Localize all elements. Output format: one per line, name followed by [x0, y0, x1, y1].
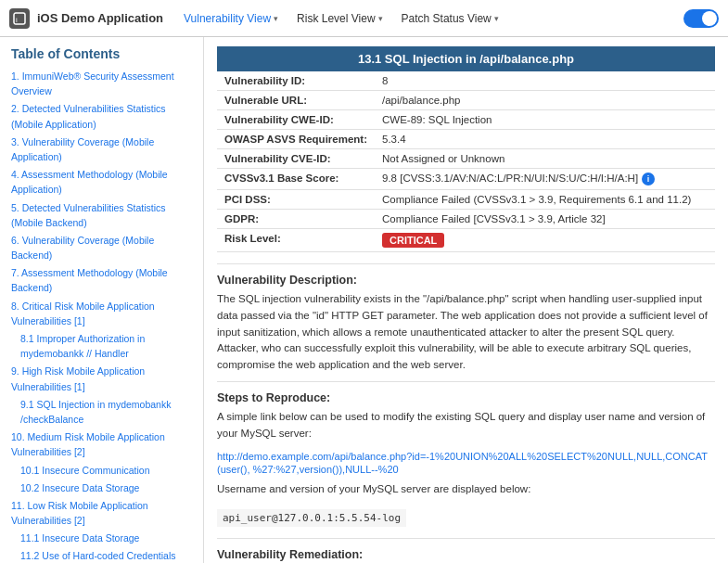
toc-link[interactable]: 10. Medium Risk Mobile Application Vulne…	[11, 431, 165, 457]
toc-link[interactable]: 9. High Risk Mobile Application Vulnerab…	[11, 365, 145, 391]
toc-item: 9.1 SQL Injection in mydemobankk /checkB…	[11, 397, 192, 427]
info-value: Compliance Failed (CVSSv3.1 > 3.9, Requi…	[375, 190, 715, 210]
steps-mono: api_user@127.0.0.1:5.5.54-log	[217, 509, 406, 527]
info-value: 8	[375, 71, 715, 91]
toc-item: 10. Medium Risk Mobile Application Vulne…	[11, 429, 192, 459]
chevron-down-icon: ▾	[274, 14, 278, 23]
divider3	[217, 538, 715, 539]
svg-text:i: i	[16, 16, 18, 24]
info-row: CVSSv3.1 Base Score:9.8 [CVSS:3.1/AV:N/A…	[217, 169, 715, 190]
info-value: 5.3.4	[375, 130, 715, 149]
toc-item: 6. Vulnerability Coverage (Mobile Backen…	[11, 233, 192, 262]
toc-item: 11. Low Risk Mobile Application Vulnerab…	[11, 498, 192, 528]
info-value: Compliance Failed [CVSSv3.1 > 3.9, Artic…	[375, 210, 715, 229]
description-text: The SQL injection vulnerability exists i…	[217, 291, 715, 374]
info-label: Risk Level:	[217, 229, 375, 252]
toc-list: 1. ImmuniWeb® Security Assessment Overvi…	[11, 69, 192, 563]
vuln-header: 13.1 SQL Injection in /api/balance.php	[217, 46, 715, 71]
toc-link[interactable]: 10.2 Insecure Data Storage	[20, 482, 139, 493]
info-row: GDPR:Compliance Failed [CVSSv3.1 > 3.9, …	[217, 210, 715, 229]
toc-link[interactable]: 4. Assessment Methodology (Mobile Applic…	[11, 169, 168, 195]
toc-link[interactable]: 6. Vulnerability Coverage (Mobile Backen…	[11, 235, 154, 261]
steps-intro: A simple link below can be used to modif…	[217, 409, 715, 442]
app-icon: i	[9, 8, 30, 29]
topbar: i iOS Demo Application Vulnerability Vie…	[0, 0, 728, 37]
info-value: Not Assigned or Unknown	[375, 149, 715, 169]
steps-note: Username and version of your MySQL serve…	[217, 481, 715, 498]
toc-item: 3. Vulnerability Coverage (Mobile Applic…	[11, 134, 192, 164]
toc-link[interactable]: 3. Vulnerability Coverage (Mobile Applic…	[11, 136, 154, 162]
toc-item: 7. Assessment Methodology (Mobile Backen…	[11, 265, 192, 295]
info-row: OWASP ASVS Requirement:5.3.4	[217, 130, 715, 149]
info-label: Vulnerability CVE-ID:	[217, 149, 375, 169]
risk-badge: CRITICAL	[382, 233, 444, 248]
toc-item: 4. Assessment Methodology (Mobile Applic…	[11, 167, 192, 197]
toc-link[interactable]: 8. Critical Risk Mobile Application Vuln…	[11, 301, 155, 326]
toc-item: 1. ImmuniWeb® Security Assessment Overvi…	[11, 69, 192, 98]
info-label: Vulnerability ID:	[217, 71, 375, 91]
chevron-down-icon: ▾	[494, 14, 499, 23]
sidebar: Table of Contents 1. ImmuniWeb® Security…	[0, 37, 204, 563]
info-row: Risk Level:CRITICAL	[217, 229, 715, 252]
info-value: 9.8 [CVSS:3.1/AV:N/AC:L/PR:N/UI:N/S:U/C:…	[375, 169, 715, 190]
nav-patch-status-view[interactable]: Patch Status View ▾	[396, 9, 504, 28]
info-row: Vulnerability CWE-ID:CWE-89: SQL Injecti…	[217, 110, 715, 130]
toc-link[interactable]: 2. Detected Vulnerabilities Statistics (…	[11, 103, 166, 129]
steps-title: Steps to Reproduce:	[217, 391, 715, 404]
toc-item: 8.1 Improper Authorization in mydemobank…	[11, 331, 192, 361]
info-value: CWE-89: SQL Injection	[375, 110, 715, 130]
app-name: iOS Demo Application	[37, 11, 163, 25]
content-area: 13.1 SQL Injection in /api/balance.php V…	[204, 37, 728, 563]
toc-link[interactable]: 11.1 Insecure Data Storage	[20, 532, 139, 544]
info-label: CVSSv3.1 Base Score:	[217, 169, 375, 190]
toc-item: 8. Critical Risk Mobile Application Vuln…	[11, 299, 192, 328]
info-value: CRITICAL	[375, 229, 715, 252]
toc-link[interactable]: 11. Low Risk Mobile Application Vulnerab…	[11, 500, 148, 526]
info-tooltip-icon[interactable]: i	[642, 173, 655, 186]
chevron-down-icon: ▾	[378, 14, 383, 23]
info-row: Vulnerability CVE-ID:Not Assigned or Unk…	[217, 149, 715, 169]
info-value: /api/balance.php	[375, 91, 715, 110]
info-row: Vulnerability ID:8	[217, 71, 715, 91]
toc-title: Table of Contents	[11, 46, 192, 61]
info-label: GDPR:	[217, 210, 375, 229]
toc-link[interactable]: 7. Assessment Methodology (Mobile Backen…	[11, 267, 168, 293]
toc-item: 10.2 Insecure Data Storage	[11, 480, 192, 495]
toc-item: 2. Detected Vulnerabilities Statistics (…	[11, 101, 192, 131]
info-label: PCI DSS:	[217, 190, 375, 210]
toc-link[interactable]: 11.2 Use of Hard-coded Credentials	[20, 550, 176, 561]
divider2	[217, 381, 715, 382]
info-row: Vulnerable URL:/api/balance.php	[217, 91, 715, 110]
content-inner: 13.1 SQL Injection in /api/balance.php V…	[204, 37, 728, 563]
info-label: OWASP ASVS Requirement:	[217, 130, 375, 149]
description-title: Vulnerability Description:	[217, 274, 715, 287]
nav-vulnerability-view[interactable]: Vulnerability View ▾	[178, 9, 284, 28]
main-layout: Table of Contents 1. ImmuniWeb® Security…	[0, 37, 728, 563]
toc-item: 5. Detected Vulnerabilities Statistics (…	[11, 200, 192, 230]
remediation-title: Vulnerability Remediation:	[217, 548, 715, 561]
toc-link[interactable]: 10.1 Insecure Communication	[20, 465, 150, 476]
toc-item: 10.1 Insecure Communication	[11, 463, 192, 478]
toc-link[interactable]: 9.1 SQL Injection in mydemobankk /checkB…	[20, 399, 171, 425]
steps-link[interactable]: http://demo.example.com/api/balance.php?…	[217, 451, 708, 475]
info-label: Vulnerable URL:	[217, 91, 375, 110]
toc-link[interactable]: 5. Detected Vulnerabilities Statistics (…	[11, 202, 166, 228]
info-row: PCI DSS:Compliance Failed (CVSSv3.1 > 3.…	[217, 190, 715, 210]
toc-link[interactable]: 1. ImmuniWeb® Security Assessment Overvi…	[11, 70, 174, 96]
nav-risk-level-view[interactable]: Risk Level View ▾	[291, 9, 388, 28]
toc-item: 11.1 Insecure Data Storage	[11, 531, 192, 545]
divider	[217, 263, 715, 264]
toc-item: 11.2 Use of Hard-coded Credentials	[11, 548, 192, 563]
toggle-switch[interactable]	[683, 9, 719, 28]
info-label: Vulnerability CWE-ID:	[217, 110, 375, 130]
toc-link[interactable]: 8.1 Improper Authorization in mydemobank…	[20, 333, 145, 359]
toc-item: 9. High Risk Mobile Application Vulnerab…	[11, 364, 192, 393]
info-table: Vulnerability ID:8Vulnerable URL:/api/ba…	[217, 71, 715, 252]
